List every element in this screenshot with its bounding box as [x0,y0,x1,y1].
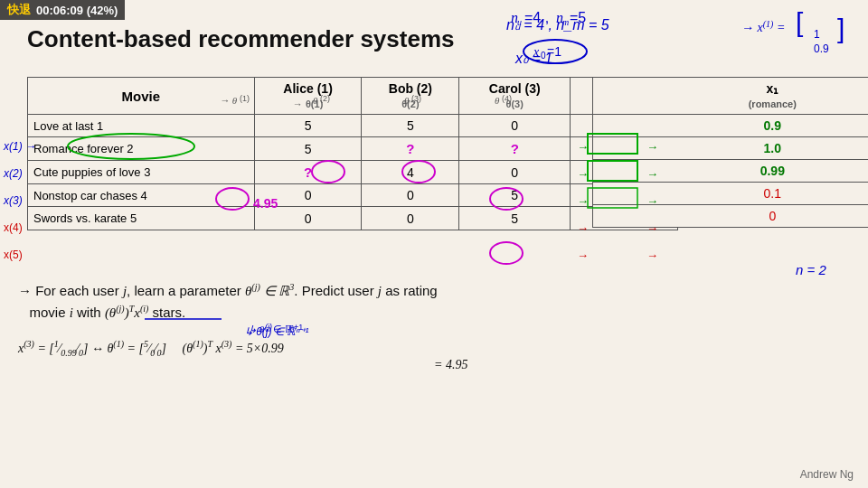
cell-carol-4: 5 [459,207,571,230]
col-bob: Bob (2) θ(2) [362,78,459,115]
annotation-nu: nᵤ = 4 , n_m = 5 [506,16,609,33]
cell-carol-0: 0 [459,115,571,137]
cell-carol-3: 5 [459,184,571,207]
x-table-row: 0.90 [593,115,869,137]
row-label-3: x(3) [4,194,23,207]
desc-line1: → For each user j, learn a parameter θ(j… [18,283,438,298]
row-label-5: x(5) [4,249,23,261]
cell-carol-2: 0 [459,161,571,184]
annotation-n2: n = 2 [796,262,826,277]
arrow-x2-3: → [646,194,658,208]
svg-text:1: 1 [814,28,820,41]
col-x1: x₁ (romance) [593,78,869,115]
cell-bob-3: 0 [362,184,459,207]
col-carol: Carol (3) θ(3) [459,78,571,115]
svg-text:→ x(1) =: → x(1) = [741,19,785,35]
cell-movie-2: Cute puppies of love 3 [28,161,255,184]
slide-title: Content-based recommender systems [27,25,454,53]
x-cols-container: x₁ (romance) x₂ (action) 0.901.00.010.99… [574,77,868,228]
xcell-x1-0: 0.9 [593,115,869,137]
row-label-2: x(2) [4,167,23,180]
cell-movie-4: Swords vs. karate 5 [28,207,255,230]
arrow-x2-1: → [646,140,658,154]
cell-carol-1: ? [459,137,571,161]
x-table-row: 0.11.0 [593,183,869,205]
cell-bob-4: 0 [362,207,459,230]
cell-alice-2: ? [254,161,362,184]
row-label-4: x(4) [4,221,23,234]
cell-alice-3: 0 [254,184,362,207]
description-text: → For each user j, learn a parameter θ(j… [18,280,651,324]
math-formula: x(3) = [1⁄0.99⁄0] ↔ θ(1) = [5⁄0⁄0] (θ(1)… [18,342,284,355]
arrow-x2-4: → [646,221,658,235]
xcell-x1-3: 0.1 [593,183,869,205]
xcell-x1-4: 0 [593,205,869,228]
cell-bob-0: 5 [362,115,459,137]
time-label: 00:06:09 (42%) [36,4,118,17]
math-result: = 4.95 [434,358,467,371]
watermark: Andrew Ng [800,468,854,481]
svg-annotations: → x(1) = [ 1 0.9 ] n u =4 , n m =5 x 0 =… [0,0,868,488]
arrow-x1-3: → [577,194,589,208]
svg-text:0.9: 0.9 [814,42,829,55]
arrow-x1-1: → [577,140,589,154]
x-table-row: 1.00.01 [593,137,869,160]
annotation-theta-rn: ↳ θ(j) ∈ ℝⁿ⁺¹ [244,325,309,338]
svg-text:]: ] [837,14,844,43]
annotation-x0: x₀ = 1 [515,50,552,67]
arrow-x2-5: → [646,249,658,262]
x-table-row: 0.990 [593,160,869,183]
speed-label: 快退 [7,2,31,18]
svg-point-8 [490,242,523,264]
desc-line2: movie i with (θ(j))Tx(i) stars. [18,305,185,320]
col-movie: Movie [28,78,255,115]
cell-alice-0: 5 [254,115,362,137]
cell-bob-2: 4 [362,161,459,184]
bottom-math: x(3) = [1⁄0.99⁄0] ↔ θ(1) = [5⁄0⁄0] (θ(1)… [18,339,467,372]
arrow-x1-4: → [577,221,589,235]
top-bar: 快退 00:06:09 (42%) [0,0,125,20]
x-table-row: 00.9 [593,205,869,228]
x-features-table: x₁ (romance) x₂ (action) 0.901.00.010.99… [592,77,868,228]
cell-alice-1: 5 [254,137,362,161]
svg-text:[: [ [796,7,804,37]
cell-bob-1: ? [362,137,459,161]
col-alice: Alice (1) → θ(1) [254,78,362,115]
xcell-x1-2: 0.99 [593,160,869,183]
cell-movie-3: Nonstop car chases 4 [28,184,255,207]
cell-alice-4: 0 [254,207,362,230]
arrow-x1-2: → [577,167,589,181]
cell-movie-0: Love at last 1 [28,115,255,137]
arrow-x2-2: → [646,167,658,181]
xcell-x1-1: 1.0 [593,137,869,160]
cell-movie-1: Romance forever 2 [28,137,255,161]
arrow-x1-5: → [577,249,589,262]
row-label-1: x(1) → [4,140,36,153]
